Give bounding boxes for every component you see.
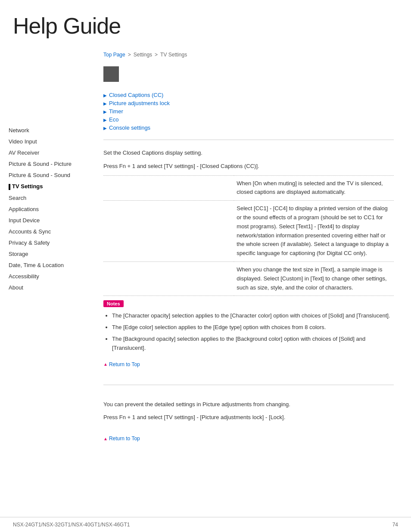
notes-list: The [Character opacity] selection applie… bbox=[103, 311, 394, 352]
toc-link[interactable]: Picture adjustments lock bbox=[109, 100, 170, 106]
divider-2 bbox=[103, 385, 394, 385]
table-cell-right: Select [CC1] - [CC4] to display a printe… bbox=[234, 201, 394, 262]
table-cell-right: When [On when muting] is selected and th… bbox=[234, 175, 394, 201]
section-closed-captions: Set the Closed Captions display setting.… bbox=[103, 149, 394, 376]
toc-list: Closed Captions (CC)Picture adjustments … bbox=[103, 92, 394, 131]
notes-badge: Notes bbox=[103, 300, 124, 307]
sidebar-item-tv-settings[interactable]: TV Settings bbox=[9, 181, 90, 192]
breadcrumb-sep1: > bbox=[128, 52, 131, 58]
sidebar-item-input-device[interactable]: Input Device bbox=[9, 215, 90, 226]
toc-link[interactable]: Console settings bbox=[109, 124, 150, 131]
toc-link[interactable]: Timer bbox=[109, 108, 123, 115]
sidebar-item-search[interactable]: Search bbox=[9, 193, 90, 204]
note-item: The [Edge color] selection applies to th… bbox=[112, 323, 394, 332]
table-row: When you change the text size in [Text],… bbox=[103, 261, 394, 296]
breadcrumb-sep2: > bbox=[155, 52, 158, 58]
section1-intro2: Press Fn + 1 and select [TV settings] - … bbox=[103, 162, 394, 171]
sidebar-item-network[interactable]: Network bbox=[9, 125, 90, 136]
section2-intro1: You can prevent the detailed settings in… bbox=[103, 400, 394, 409]
section1-intro1: Set the Closed Captions display setting. bbox=[103, 149, 394, 158]
table-row: When [On when muting] is selected and th… bbox=[103, 175, 394, 201]
return-to-top-link-1[interactable]: Return to Top bbox=[103, 361, 140, 367]
table-row: Select [CC1] - [CC4] to display a printe… bbox=[103, 201, 394, 262]
sidebar-item-date--time---location[interactable]: Date, Time & Location bbox=[9, 260, 90, 271]
breadcrumb-top[interactable]: Top Page bbox=[103, 52, 125, 58]
section-picture-lock: You can prevent the detailed settings in… bbox=[103, 400, 394, 451]
footer-page: 74 bbox=[392, 522, 398, 528]
sidebar-item-applications[interactable]: Applications bbox=[9, 204, 90, 215]
table-cell-left bbox=[103, 175, 234, 201]
sidebar: NetworkVideo InputAV ReceiverPicture & S… bbox=[0, 125, 90, 472]
sidebar-item-about[interactable]: About bbox=[9, 282, 90, 293]
sidebar-item-privacy---safety[interactable]: Privacy & Safety bbox=[9, 237, 90, 249]
return-to-top-label-2: Return to Top bbox=[109, 436, 140, 442]
toc-item[interactable]: Picture adjustments lock bbox=[103, 100, 394, 106]
return-to-top-link-2[interactable]: Return to Top bbox=[103, 436, 140, 442]
main-content: Top Page > Settings > TV Settings Closed… bbox=[90, 47, 411, 472]
cc-table: When [On when muting] is selected and th… bbox=[103, 175, 394, 296]
return-to-top-label-1: Return to Top bbox=[109, 361, 140, 367]
toc-item[interactable]: Console settings bbox=[103, 124, 394, 131]
toc-link[interactable]: Eco bbox=[109, 116, 118, 123]
breadcrumb-settings: Settings bbox=[134, 52, 152, 58]
sidebar-item-picture---sound---sound[interactable]: Picture & Sound - Sound bbox=[9, 170, 90, 181]
footer-model: NSX-24GT1/NSX-32GT1/NSX-40GT1/NSX-46GT1 bbox=[13, 522, 130, 528]
toc-item[interactable]: Closed Captions (CC) bbox=[103, 92, 394, 98]
divider-1 bbox=[103, 140, 394, 140]
table-cell-left bbox=[103, 261, 234, 296]
toc-link[interactable]: Closed Captions (CC) bbox=[109, 92, 163, 98]
page-footer: NSX-24GT1/NSX-32GT1/NSX-40GT1/NSX-46GT1 … bbox=[0, 517, 411, 532]
sidebar-item-picture---sound---picture[interactable]: Picture & Sound - Picture bbox=[9, 159, 90, 170]
table-cell-right: When you change the text size in [Text],… bbox=[234, 261, 394, 296]
note-item: The [Character opacity] selection applie… bbox=[112, 311, 394, 320]
notes-section: Notes The [Character opacity] selection … bbox=[103, 300, 394, 352]
note-item: The [Background opacity] selection appli… bbox=[112, 335, 394, 353]
breadcrumb-current: TV Settings bbox=[160, 52, 187, 58]
sidebar-item-video-input[interactable]: Video Input bbox=[9, 136, 90, 147]
toc-item[interactable]: Eco bbox=[103, 116, 394, 123]
sidebar-item-accounts---sync[interactable]: Accounts & Sync bbox=[9, 226, 90, 237]
section-icon bbox=[103, 66, 119, 82]
section2-intro2: Press Fn + 1 and select [TV settings] - … bbox=[103, 413, 394, 422]
breadcrumb: Top Page > Settings > TV Settings bbox=[103, 52, 394, 58]
toc-item[interactable]: Timer bbox=[103, 108, 394, 115]
sidebar-item-storage[interactable]: Storage bbox=[9, 249, 90, 260]
sidebar-item-accessibility[interactable]: Accessibility bbox=[9, 271, 90, 282]
sidebar-item-av-receiver[interactable]: AV Receiver bbox=[9, 147, 90, 159]
page-title: Help Guide bbox=[0, 0, 411, 47]
table-cell-left bbox=[103, 201, 234, 262]
